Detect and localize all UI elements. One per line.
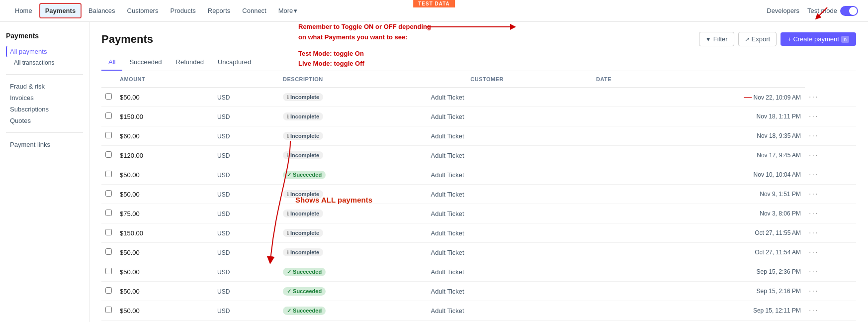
nav-reports[interactable]: Reports [203, 4, 236, 17]
sidebar-item-quotes[interactable]: Quotes [6, 115, 83, 126]
row-amount: $50.00 [116, 301, 213, 321]
row-customer [547, 204, 615, 223]
sidebar-item-subscriptions[interactable]: Subscriptions [6, 104, 83, 115]
sidebar-item-all-transactions[interactable]: All transactions [6, 57, 83, 68]
row-currency: USD [213, 126, 279, 146]
filter-button[interactable]: ▼ Filter [699, 32, 734, 46]
col-checkbox [101, 71, 116, 88]
sidebar-item-payment-links[interactable]: Payment links [6, 139, 83, 150]
row-currency: USD [213, 185, 279, 204]
row-customer [547, 88, 615, 107]
nav-products[interactable]: Products [165, 4, 200, 17]
header-actions: ▼ Filter ↗ Export + Create payment n [699, 32, 856, 46]
row-more-button[interactable]: ··· [809, 306, 818, 315]
row-status: ℹ Incomplete [279, 185, 427, 204]
info-icon: ℹ [287, 230, 289, 236]
nav-customers[interactable]: Customers [122, 4, 164, 17]
table-row[interactable]: $50.00 USD ✓ Succeeded Adult Ticket Sep … [101, 282, 856, 301]
row-more-button[interactable]: ··· [809, 131, 818, 140]
sidebar-item-all-payments[interactable]: All payments [6, 46, 83, 57]
row-checkbox[interactable] [105, 93, 112, 100]
row-checkbox-cell [101, 262, 116, 282]
row-checkbox[interactable] [105, 287, 112, 294]
row-more-button[interactable]: ··· [809, 287, 818, 295]
row-date: Sep 15, 12:11 PM [615, 301, 805, 321]
table-row[interactable]: $50.00 USD ℹ Incomplete Adult Ticket — N… [101, 88, 856, 107]
row-checkbox[interactable] [105, 229, 112, 235]
row-checkbox[interactable] [105, 268, 112, 274]
row-more-button[interactable]: ··· [809, 93, 818, 101]
row-status: ℹ Incomplete [279, 243, 427, 262]
test-mode-toggle[interactable] [840, 6, 858, 16]
table-row[interactable]: $150.00 USD ℹ Incomplete Adult Ticket No… [101, 107, 856, 126]
sidebar-item-invoices[interactable]: Invoices [6, 92, 83, 104]
col-amount: AMOUNT [116, 71, 213, 88]
nav-home[interactable]: Home [10, 4, 37, 17]
row-more-button[interactable]: ··· [809, 190, 818, 198]
row-more-cell: ··· [805, 204, 856, 223]
nav-more[interactable]: More ▾ [273, 4, 303, 17]
table-row[interactable]: $50.00 USD ℹ Incomplete Adult Ticket Nov… [101, 185, 856, 204]
row-checkbox[interactable] [105, 171, 112, 177]
row-checkbox[interactable] [105, 307, 112, 313]
row-amount: $150.00 [116, 107, 213, 126]
row-description: Adult Ticket [427, 223, 547, 243]
layout: Payments All payments All transactions F… [0, 22, 868, 322]
table-header: AMOUNT DESCRIPTION CUSTOMER DATE [101, 71, 856, 88]
create-payment-button[interactable]: + Create payment n [781, 32, 856, 46]
table-row[interactable]: $50.00 USD ℹ Incomplete Adult Ticket Oct… [101, 243, 856, 262]
page-title: Payments [101, 33, 153, 46]
row-more-button[interactable]: ··· [809, 267, 818, 276]
tab-succeeded[interactable]: Succeeded [122, 54, 169, 71]
developers-link[interactable]: Developers [767, 7, 799, 14]
tab-refunded[interactable]: Refunded [169, 54, 211, 71]
row-date: Nov 10, 10:04 AM [615, 165, 805, 185]
sidebar-item-fraud-risk[interactable]: Fraud & risk [6, 81, 83, 92]
row-amount: $50.00 [116, 243, 213, 262]
row-description: Adult Ticket [427, 262, 547, 282]
row-more-button[interactable]: ··· [809, 170, 818, 179]
row-more-cell: ··· [805, 185, 856, 204]
row-more-button[interactable]: ··· [809, 151, 818, 159]
row-more-button[interactable]: ··· [809, 228, 818, 237]
row-checkbox[interactable] [105, 151, 112, 158]
check-icon: ✓ [287, 172, 291, 178]
table-row[interactable]: $50.00 USD ✓ Succeeded Adult Ticket Sep … [101, 262, 856, 282]
nav-payments[interactable]: Payments [39, 3, 82, 18]
row-amount: $50.00 [116, 262, 213, 282]
row-customer [547, 185, 615, 204]
row-checkbox[interactable] [105, 190, 112, 197]
table-row[interactable]: $60.00 USD ℹ Incomplete Adult Ticket Nov… [101, 126, 856, 146]
row-more-button[interactable]: ··· [809, 248, 818, 256]
row-status: ℹ Incomplete [279, 107, 427, 126]
nav-links: Home Payments Balances Customers Product… [10, 3, 767, 18]
table-row[interactable]: $150.00 USD ℹ Incomplete Adult Ticket Oc… [101, 223, 856, 243]
row-more-cell: ··· [805, 262, 856, 282]
row-amount: $50.00 [116, 185, 213, 204]
row-date: Nov 18, 9:35 AM [615, 126, 805, 146]
row-checkbox[interactable] [105, 210, 112, 216]
row-more-button[interactable]: ··· [809, 209, 818, 217]
test-mode-toggle-wrap: Test mode [807, 6, 858, 16]
tab-uncaptured[interactable]: Uncaptured [211, 54, 258, 71]
row-currency: USD [213, 165, 279, 185]
nav-connect[interactable]: Connect [237, 4, 271, 17]
row-date: Sep 15, 2:36 PM [615, 262, 805, 282]
create-payment-badge: n [841, 36, 849, 43]
nav-balances[interactable]: Balances [84, 4, 120, 17]
table-row[interactable]: $50.00 USD ✓ Succeeded Adult Ticket Sep … [101, 301, 856, 321]
row-checkbox-cell [101, 204, 116, 223]
row-checkbox[interactable] [105, 132, 112, 138]
table-row[interactable]: $75.00 USD ℹ Incomplete Adult Ticket Nov… [101, 204, 856, 223]
row-checkbox[interactable] [105, 248, 112, 255]
row-more-cell: ··· [805, 88, 856, 107]
tab-all[interactable]: All [101, 54, 122, 71]
check-icon: ✓ [287, 269, 291, 275]
table-row[interactable]: $120.00 USD ℹ Incomplete Adult Ticket No… [101, 146, 856, 165]
row-currency: USD [213, 262, 279, 282]
export-button[interactable]: ↗ Export [738, 32, 777, 46]
row-more-button[interactable]: ··· [809, 112, 818, 120]
row-checkbox[interactable] [105, 112, 112, 119]
table-row[interactable]: $50.00 USD ✓ Succeeded Adult Ticket Nov … [101, 165, 856, 185]
toggle-knob [849, 7, 857, 15]
